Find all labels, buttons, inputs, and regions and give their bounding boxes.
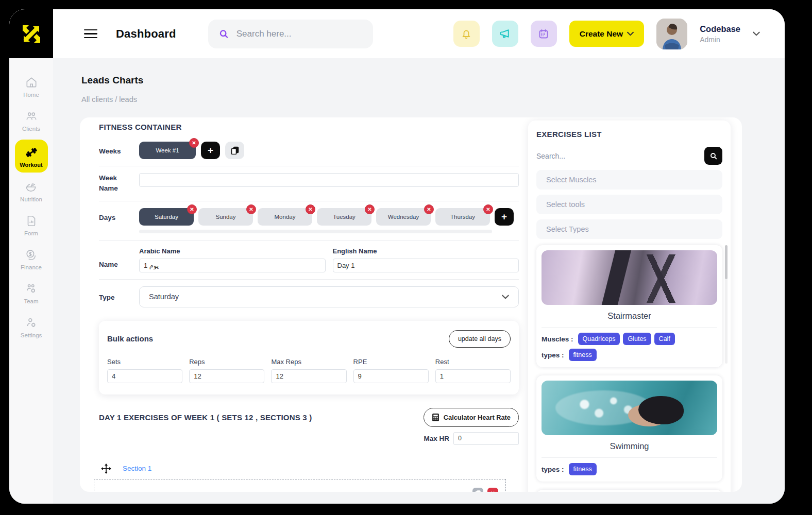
bulk-max-reps-label: Max Reps [271,358,346,366]
page-title: Leads Charts [81,75,143,86]
day-chip-tuesday[interactable]: Tuesday ✕ [317,208,371,226]
global-search [208,20,373,48]
user-menu[interactable]: Codebase Admin [700,24,740,44]
create-new-button[interactable]: Create New [569,21,644,47]
sidebar-item-home[interactable]: Home [21,72,41,102]
sidebar-item-team[interactable]: Team [22,278,40,308]
breadcrumb: All clients / leads [81,95,137,104]
sidebar-item-label: Nutrition [20,196,42,202]
remove-day-button[interactable]: ✕ [306,204,315,214]
drag-move-icon[interactable] [101,464,111,474]
remove-day-button[interactable]: ✕ [483,204,493,214]
duplicate-section-button[interactable] [472,488,483,492]
week-name-input[interactable] [139,173,519,187]
team-icon [25,282,38,296]
add-day-button[interactable]: + [495,208,514,226]
exercises-search-button[interactable] [704,147,722,165]
exercises-search-input[interactable] [536,152,699,160]
sidebar-item-clients[interactable]: Clients [20,106,42,136]
english-name-input[interactable] [333,259,519,272]
user-name: Codebase [700,24,740,34]
day-chip-thursday[interactable]: Thursday ✕ [435,208,490,226]
sidebar-nav: Home Clients Workout [9,58,53,342]
logo[interactable] [9,9,53,58]
form-icon [25,214,38,228]
update-all-days-button[interactable]: update all days [449,330,511,348]
remove-day-button[interactable]: ✕ [424,204,434,214]
type-select[interactable]: Saturday [139,286,519,307]
bulk-rpe-label: RPE [353,358,429,366]
sidebar-item-nutrition[interactable]: Nutrition [18,176,44,207]
dumbbell-icon [24,145,39,160]
day-chip-label: Monday [275,214,296,220]
user-menu-chevron-icon[interactable] [753,31,760,36]
remove-day-button[interactable]: ✕ [246,204,256,214]
add-week-button[interactable]: + [201,142,220,159]
section-header: Section 1 [101,464,519,474]
exercise-name: Stairmaster [542,311,717,321]
bulk-sets-label: Sets [107,358,182,366]
select-muscles-dropdown[interactable]: Select Muscles [536,170,722,190]
calculator-heart-rate-button[interactable]: Calculator Heart Rate [424,408,519,427]
global-search-input[interactable] [236,29,363,39]
copy-week-button[interactable] [225,142,244,159]
announcements-button[interactable] [492,21,518,47]
sidebar-item-label: Finance [21,264,42,270]
type-badge: fitness [569,463,597,475]
chevron-down-icon [627,31,634,36]
remove-day-button[interactable]: ✕ [365,204,375,214]
megaphone-icon [499,27,512,40]
topbar: Dashboard Create New [53,9,785,58]
sidebar-item-workout[interactable]: Workout [15,140,48,173]
exercise-card-swimming[interactable]: Swimming types : fitness [536,375,722,482]
exercise-image-stairmaster [542,250,717,305]
days-scrollbar[interactable] [139,230,492,233]
topbar-actions: Create New Codebase Admin [453,19,785,49]
sidebar-item-settings[interactable]: Settings [19,312,44,342]
bulk-sets-input[interactable] [107,369,182,383]
select-tools-dropdown[interactable]: Select tools [536,195,722,214]
day-chip-wednesday[interactable]: Wednesday ✕ [376,208,431,226]
sidebar-item-form[interactable]: Form [22,210,40,241]
weeks-label: Weeks [99,142,139,157]
day-chip-monday[interactable]: Monday ✕ [258,208,312,226]
arabic-name-input[interactable] [139,259,326,272]
muscle-badge: Calf [654,333,675,345]
section-panel: ✕ Reps Type All Sets [94,479,506,492]
calendar-button[interactable] [531,21,557,47]
muscles-label: Muscles : [542,335,573,343]
day-chip-sunday[interactable]: Sunday ✕ [198,208,253,226]
day-chip-saturday[interactable]: Saturday ✕ [139,208,194,226]
calculator-heart-rate-label: Calculator Heart Rate [444,414,511,421]
section-title[interactable]: Section 1 [123,465,151,472]
type-badge: fitness [569,349,597,361]
exercise-card-partial[interactable] [536,490,722,492]
exercise-image-swimming [542,381,717,435]
exercise-card-stairmaster[interactable]: Stairmaster Muscles : Quadriceps Glutes … [536,245,722,367]
bulk-rest-input[interactable] [435,369,511,383]
remove-week-button[interactable]: ✕ [189,138,199,148]
user-role: Admin [700,36,740,44]
name-label: Name [99,247,139,270]
sidebar-item-label: Settings [21,332,42,338]
week-name-row: WeekName [99,173,519,194]
chevron-down-icon [502,295,509,299]
bulk-max-reps-input[interactable] [271,369,346,383]
select-types-dropdown[interactable]: Select Types [536,219,722,239]
exercises-scrollbar[interactable] [725,245,728,364]
week-chip[interactable]: Week #1 ✕ [139,142,196,159]
fitness-container-title: FITNESS CONTAINER [99,123,519,131]
remove-day-button[interactable]: ✕ [187,204,197,214]
max-hr-input[interactable] [453,432,519,445]
user-avatar[interactable] [656,19,687,49]
bulk-rpe-input[interactable] [353,369,429,383]
muscle-badge: Quadriceps [578,333,620,345]
workout-builder-card: FITNESS CONTAINER Weeks Week #1 ✕ + [80,117,742,492]
exercises-list-panel: EXERCISES LIST Select Muscles Select too… [528,121,731,492]
sidebar: Home Clients Workout [9,9,53,504]
bulk-reps-input[interactable] [189,369,264,383]
menu-toggle-icon[interactable] [84,29,97,39]
sidebar-item-finance[interactable]: Finance [19,244,44,274]
remove-section-button[interactable]: ✕ [487,488,498,492]
notifications-button[interactable] [453,21,480,47]
